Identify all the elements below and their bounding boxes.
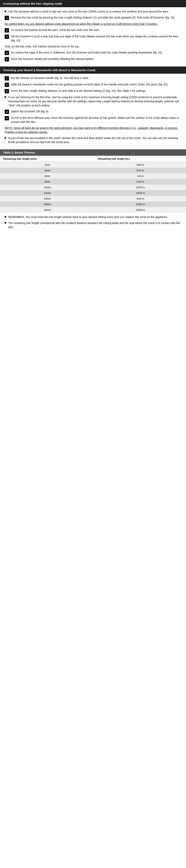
table-cell-inch: 9/16 in	[95, 196, 186, 202]
table-row: 8mm5/16 in	[0, 179, 186, 185]
table-header-row: Remaining hair length (mm) Remaining hai…	[0, 156, 186, 162]
s2-step5-text: To trim in the most effective way, move …	[11, 116, 181, 124]
section2-step5: 5 To trim in the most effective way, mov…	[5, 116, 181, 124]
table-title: Table 3. Beard Trimmer	[3, 151, 35, 154]
bottom-bullets: REMEMBER: You must reset the hair length…	[0, 213, 186, 234]
s2-step2-num: 2	[5, 83, 9, 87]
step4-num: 4	[5, 51, 9, 55]
table-header: Table 3. Beard Trimmer	[0, 149, 186, 156]
s2-step2-text: Slide the beard & moustache comb into th…	[11, 83, 181, 87]
step1-text: Remove the hair comb by pressing the Hai…	[11, 16, 181, 20]
step3-text: Tilt the Groomer in such a way that only…	[11, 34, 181, 42]
step2-num: 2	[5, 28, 9, 32]
section2-step3: 3 Press the Hair Length Setting Selector…	[5, 89, 181, 93]
section2-note5: NOTE: Since all hairs do not grow in the…	[5, 126, 181, 134]
table-cell-inch: 13/32 in	[95, 185, 186, 190]
section1-header: Contouring without the hair clipping com…	[0, 0, 186, 7]
s2-step4-text: Switch the Groomer ON (fig. 8).	[11, 110, 181, 114]
table-row: 18mm23/32 in	[0, 207, 186, 213]
table-col1-header: Remaining hair length (mm)	[0, 156, 95, 162]
section2-bullet3: If a lot of hair has accumulated in the …	[5, 136, 181, 144]
triangle-icon3	[5, 137, 7, 139]
table-row: 10mm13/32 in	[0, 185, 186, 190]
s2-step4-num: 4	[5, 110, 9, 114]
bottom-bullet2: The remaining hair length corresponds wi…	[5, 221, 181, 229]
s2-step1-num: 1	[5, 76, 9, 81]
table-cell-inch: 5/32 in	[95, 167, 186, 173]
table-cell-inch: 1/4 in	[95, 173, 186, 179]
s2-step1-text: Put the trimmer on Groomer handle (fig. …	[11, 76, 181, 80]
step5-text: Move the Groomer slowly and smoothly fol…	[11, 57, 181, 61]
table-cell-inch: 5/64 in	[95, 162, 186, 168]
table-row: 16mm41/64 in	[0, 202, 186, 207]
triangle-icon4	[5, 216, 7, 218]
bottom-bullet1-text: REMEMBER: You must reset the hair length…	[8, 215, 181, 219]
table-row: 14mm9/16 in	[0, 196, 186, 202]
section2-step4: 4 Switch the Groomer ON (fig. 8).	[5, 110, 181, 114]
section1-step3: 3 Tilt the Groomer in such a way that on…	[5, 34, 181, 42]
step1-num: 1	[5, 16, 9, 20]
section1-step4: 4 To contour the nape of the neck or sid…	[5, 51, 181, 55]
section2-title: Trimming your Beard & Moustache with Bea…	[3, 68, 95, 72]
table-cell-inch: 5/16 in	[95, 179, 186, 185]
section1-note1: Be careful when you are clipping without…	[5, 22, 181, 26]
table-cell-mm: 2mm	[0, 162, 95, 168]
section2-bullet2: If you are trimming for the first time, …	[5, 95, 181, 107]
section1-body: Use the Groomer without a comb to clip h…	[0, 7, 186, 66]
section1-step5: 5 Move the Groomer slowly and smoothly f…	[5, 57, 181, 61]
s2-step3-text: Press the Hair Length Setting Selector (…	[11, 89, 181, 93]
table-row: 12mm15/32 in	[0, 190, 186, 196]
table-cell-mm: 6mm	[0, 173, 95, 179]
table-cell-mm: 18mm	[0, 207, 95, 213]
section2-header: Trimming your Beard & Moustache with Bea…	[0, 66, 186, 74]
triangle-icon2	[5, 96, 7, 98]
table-row: 4mm5/32 in	[0, 167, 186, 173]
section1-step1: 1 Remove the hair comb by pressing the H…	[5, 16, 181, 20]
table-cell-mm: 12mm	[0, 190, 95, 196]
table-cell-inch: 23/32 in	[95, 207, 186, 213]
s2-step3-num: 3	[5, 89, 9, 93]
table-cell-mm: 16mm	[0, 202, 95, 207]
step3-num: 3	[5, 35, 9, 39]
bottom-bullet2-text: The remaining hair length corresponds wi…	[8, 221, 181, 229]
beard-table: Remaining hair length (mm) Remaining hai…	[0, 156, 186, 213]
table-cell-mm: 10mm	[0, 185, 95, 190]
section1-step2: 2 To contour the hairline around the ear…	[5, 28, 181, 32]
table-cell-mm: 14mm	[0, 196, 95, 202]
step5-num: 5	[5, 57, 9, 61]
table-col2-header: Remaining hair length (in.)	[95, 156, 186, 162]
table-cell-mm: 4mm	[0, 167, 95, 173]
section2-bullet2-text: If you are trimming for the first time, …	[8, 95, 181, 107]
bottom-bullet1: REMEMBER: You must reset the hair length…	[5, 215, 181, 219]
triangle-icon	[5, 10, 7, 12]
table-cell-mm: 8mm	[0, 179, 95, 185]
section2-bullet3-text: If a lot of hair has accumulated in the …	[8, 136, 181, 144]
step4-text: To contour the nape of the neck or sideb…	[11, 51, 181, 55]
table-row: 2mm5/64 in	[0, 162, 186, 168]
table-cell-inch: 15/32 in	[95, 190, 186, 196]
section1-note3: Only cut the hair ends. The hairline sho…	[5, 44, 181, 49]
section2-step1: 1 Put the trimmer on Groomer handle (fig…	[5, 76, 181, 81]
table-row: 6mm1/4 in	[0, 173, 186, 179]
section2-body: 1 Put the trimmer on Groomer handle (fig…	[0, 74, 186, 149]
table-cell-inch: 41/64 in	[95, 202, 186, 207]
section2-step2: 2 Slide the beard & moustache comb into …	[5, 83, 181, 87]
page: Contouring without the hair clipping com…	[0, 0, 186, 234]
s2-step5-num: 5	[5, 116, 9, 120]
step2-text: To contour the hairline around the ears,…	[11, 28, 181, 32]
triangle-icon5	[5, 222, 7, 224]
section1-bullet1-text: Use the Groomer without a comb to clip h…	[8, 9, 181, 13]
section1-bullet1: Use the Groomer without a comb to clip h…	[5, 9, 181, 13]
section1-title: Contouring without the hair clipping com…	[3, 2, 62, 5]
